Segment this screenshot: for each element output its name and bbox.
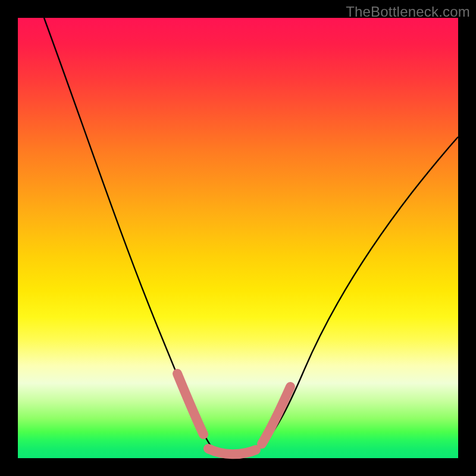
left-descent-marker <box>177 374 203 434</box>
bottleneck-curve <box>44 18 458 456</box>
chart-frame: TheBottleneck.com <box>0 0 476 476</box>
plot-area <box>18 18 458 458</box>
curve-layer <box>18 18 458 458</box>
right-ascent-marker <box>262 387 290 444</box>
valley-floor-marker <box>208 449 256 454</box>
